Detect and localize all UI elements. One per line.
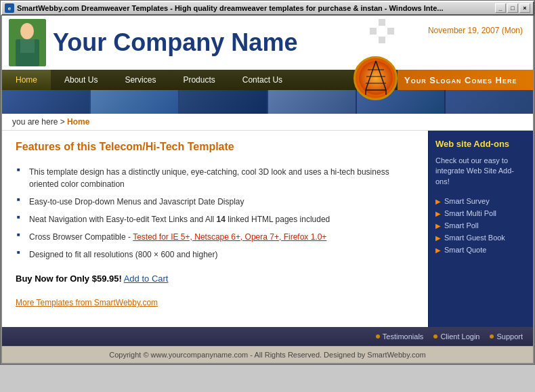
- title-bar-left: e SmartWebby.com Dreamweaver Templates -…: [5, 3, 444, 13]
- footer-link-support[interactable]: Support: [490, 332, 523, 341]
- buy-section: Buy Now for Only $59.95! Add to Cart: [16, 274, 414, 284]
- nav-item-about[interactable]: About Us: [51, 70, 111, 90]
- nav-item-contact[interactable]: Contact Us: [229, 70, 296, 90]
- list-item: Easy-to-use Drop-down Menus and Javascri…: [16, 193, 414, 211]
- company-name: Your Company Name: [53, 28, 297, 57]
- footer-link-testimonials[interactable]: Testimonials: [376, 332, 424, 341]
- slogan-bar: Your Slogan Comes Here: [398, 70, 533, 90]
- close-button[interactable]: ×: [519, 3, 530, 13]
- maximize-button[interactable]: □: [507, 3, 518, 13]
- title-bar: e SmartWebby.com Dreamweaver Templates -…: [1, 1, 534, 16]
- tower-svg: [359, 60, 393, 97]
- arrow-icon: ▶: [435, 222, 441, 230]
- photo-strip: [2, 90, 533, 114]
- arrow-icon: ▶: [435, 198, 441, 205]
- list-item: Cross Browser Compatible - Tested for IE…: [16, 228, 414, 246]
- header-top: Your Company Name November 19, 2007 (Mon…: [2, 16, 533, 70]
- photo-2: [91, 90, 178, 114]
- footer-link-label: Client Login: [440, 332, 479, 341]
- sidebar-item-smart-quote[interactable]: ▶ Smart Quote: [435, 244, 526, 256]
- photo-1: [2, 90, 89, 114]
- slogan-text: Your Slogan Comes Here: [404, 75, 517, 85]
- window-controls: _ □ ×: [495, 3, 530, 13]
- list-item: Neat Navigation with Easy-to-edit Text L…: [16, 211, 414, 228]
- sidebar-item-label: Smart Guest Book: [444, 234, 505, 242]
- price-text: for Only $59.95!: [56, 274, 122, 284]
- arrow-icon: ▶: [435, 210, 441, 217]
- footer-dot-icon: [490, 334, 494, 339]
- arrow-icon: ▶: [435, 246, 441, 254]
- content-wrapper: Features of this Telecom/Hi-Tech Templat…: [2, 131, 533, 327]
- footer-dot-icon: [433, 334, 437, 339]
- tower-circle-image: [354, 56, 398, 100]
- breadcrumb-current: Home: [67, 117, 89, 127]
- more-templates-link[interactable]: More Templates from SmartWebby.com: [16, 298, 158, 307]
- copyright-text: Copyright © www.yourcompanyname.com - Al…: [109, 351, 425, 359]
- header-decoration: [370, 19, 394, 43]
- photo-3: [179, 90, 267, 114]
- nav-item-products[interactable]: Products: [169, 70, 228, 90]
- minimize-button[interactable]: _: [495, 3, 506, 13]
- company-logo: [9, 19, 46, 66]
- title-bar-text: SmartWebby.com Dreamweaver Templates - H…: [17, 4, 444, 12]
- list-item: This template design has a distinctly un…: [16, 163, 414, 193]
- sidebar-item-smart-poll[interactable]: ▶ Smart Poll: [435, 219, 526, 232]
- main-content: Features of this Telecom/Hi-Tech Templat…: [2, 131, 428, 327]
- sidebar-item-smart-guest-book[interactable]: ▶ Smart Guest Book: [435, 232, 526, 244]
- more-templates-section: More Templates from SmartWebby.com: [16, 297, 414, 307]
- add-to-cart-link[interactable]: Add to Cart: [124, 274, 169, 284]
- sidebar-intro: Check out our easy to integrate Web Site…: [435, 156, 526, 187]
- footer-link-client-login[interactable]: Client Login: [433, 332, 479, 341]
- footer-link-label: Support: [496, 332, 523, 341]
- breadcrumb: you are here > Home: [2, 114, 533, 131]
- navigation-bar: Home About Us Services Products Contact …: [2, 70, 533, 90]
- page-title: Features of this Telecom/Hi-Tech Templat…: [16, 141, 414, 153]
- list-item: Designed to fit all resolutions (800 × 6…: [16, 246, 414, 263]
- copyright-bar: Copyright © www.yourcompanyname.com - Al…: [2, 346, 533, 363]
- logo-svg: [9, 19, 46, 66]
- browser-window: e SmartWebby.com Dreamweaver Templates -…: [0, 0, 535, 365]
- sidebar-item-label: Smart Quote: [444, 246, 486, 254]
- svg-rect-3: [20, 39, 35, 53]
- site-header: Your Company Name November 19, 2007 (Mon…: [2, 16, 533, 114]
- photo-6: [446, 90, 533, 114]
- date-display: November 19, 2007 (Mon): [428, 26, 523, 35]
- footer-dot-icon: [376, 334, 380, 339]
- sidebar-item-smart-multi-poll[interactable]: ▶ Smart Multi Poll: [435, 207, 526, 219]
- sidebar-item-label: Smart Survey: [444, 197, 490, 205]
- footer-link-label: Testimonials: [383, 332, 424, 341]
- buy-now-label: Buy Now: [16, 274, 53, 284]
- sidebar: Web site Add-ons Check out our easy to i…: [428, 131, 533, 327]
- browser-icon: e: [5, 3, 14, 13]
- svg-point-1: [20, 23, 34, 39]
- footer-bar: Testimonials Client Login Support: [2, 327, 533, 346]
- breadcrumb-prefix: you are here >: [12, 117, 65, 127]
- sidebar-item-label: Smart Multi Poll: [444, 209, 496, 217]
- browser-content: Your Company Name November 19, 2007 (Mon…: [1, 16, 534, 364]
- feature-list: This template design has a distinctly un…: [16, 163, 414, 263]
- photo-4: [268, 90, 356, 114]
- sidebar-item-label: Smart Poll: [444, 221, 479, 230]
- sidebar-title: Web site Add-ons: [435, 139, 526, 149]
- sidebar-item-smart-survey[interactable]: ▶ Smart Survey: [435, 195, 526, 207]
- nav-item-services[interactable]: Services: [111, 70, 169, 90]
- arrow-icon: ▶: [435, 234, 441, 242]
- nav-item-home[interactable]: Home: [2, 70, 51, 90]
